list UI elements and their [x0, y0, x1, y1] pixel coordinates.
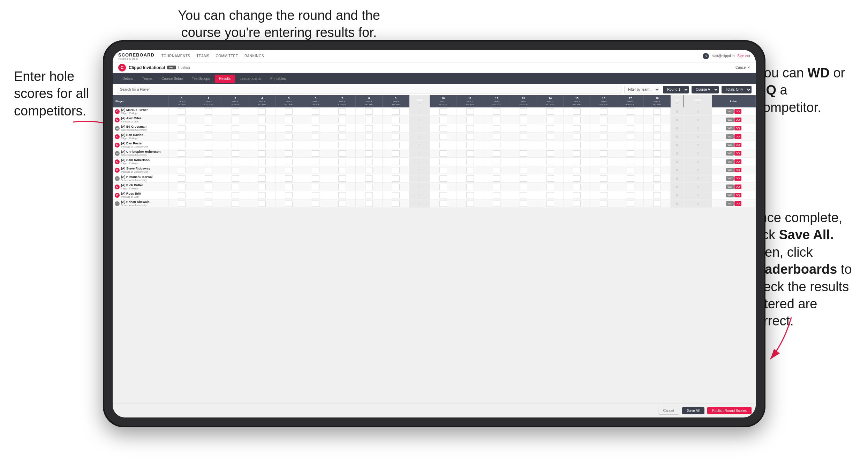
hole-input-6[interactable]	[312, 175, 319, 182]
hole-input-4[interactable]	[258, 125, 266, 131]
wd-button[interactable]: WD	[726, 143, 733, 147]
hole-input-10[interactable]	[439, 159, 447, 165]
search-input[interactable]	[117, 86, 621, 93]
wd-button[interactable]: WD	[726, 184, 733, 189]
tab-course-setup[interactable]: Course Setup	[157, 75, 187, 83]
hole-input-12[interactable]	[493, 134, 500, 140]
hole-input-6[interactable]	[312, 142, 319, 148]
hole-input-9[interactable]	[392, 150, 400, 157]
hole-input-11[interactable]	[466, 192, 474, 198]
hole-input-18[interactable]	[653, 175, 661, 182]
hole-input-6[interactable]	[312, 134, 319, 140]
hole-input-1[interactable]	[178, 159, 186, 165]
hole-input-4[interactable]	[258, 159, 266, 165]
hole-input-7[interactable]	[338, 108, 346, 115]
hole-input-8[interactable]	[365, 117, 373, 123]
hole-input-18[interactable]	[653, 201, 661, 207]
hole-input-10[interactable]	[439, 142, 447, 148]
hole-input-14[interactable]	[546, 117, 554, 123]
hole-input-11[interactable]	[466, 184, 474, 190]
hole-input-15[interactable]	[573, 175, 581, 182]
hole-input-6[interactable]	[312, 117, 319, 123]
tournament-cancel-button[interactable]: Cancel ✕	[735, 66, 750, 69]
hole-input-12[interactable]	[493, 108, 500, 115]
tab-printables[interactable]: Printables	[266, 75, 290, 83]
hole-input-5[interactable]	[285, 167, 293, 173]
hole-input-8[interactable]	[365, 150, 373, 157]
hole-input-8[interactable]	[365, 159, 373, 165]
hole-input-12[interactable]	[493, 184, 500, 190]
hole-input-3[interactable]	[232, 108, 239, 115]
hole-input-9[interactable]	[392, 201, 400, 207]
tab-results[interactable]: Results	[215, 75, 235, 83]
hole-input-2[interactable]	[205, 192, 212, 198]
hole-input-16[interactable]	[600, 159, 607, 165]
hole-input-3[interactable]	[232, 142, 239, 148]
hole-input-12[interactable]	[493, 150, 500, 157]
hole-input-12[interactable]	[493, 142, 500, 148]
save-all-button[interactable]: Save All	[682, 407, 704, 414]
nav-committee[interactable]: COMMITTEE	[216, 54, 238, 58]
wd-button[interactable]: WD	[726, 193, 733, 197]
wd-button[interactable]: WD	[726, 109, 733, 114]
hole-input-11[interactable]	[466, 134, 474, 140]
hole-input-17[interactable]	[627, 108, 634, 115]
hole-input-17[interactable]	[627, 117, 634, 123]
hole-input-8[interactable]	[365, 125, 373, 131]
hole-input-17[interactable]	[627, 159, 634, 165]
hole-input-13[interactable]	[520, 184, 527, 190]
hole-input-8[interactable]	[365, 192, 373, 198]
hole-input-18[interactable]	[653, 184, 661, 190]
hole-input-2[interactable]	[205, 134, 212, 140]
hole-input-12[interactable]	[493, 167, 500, 173]
hole-input-2[interactable]	[205, 108, 212, 115]
hole-input-12[interactable]	[493, 175, 500, 182]
hole-input-3[interactable]	[232, 167, 239, 173]
hole-input-7[interactable]	[338, 125, 346, 131]
hole-input-12[interactable]	[493, 192, 500, 198]
hole-input-3[interactable]	[232, 184, 239, 190]
hole-input-14[interactable]	[546, 167, 554, 173]
hole-input-16[interactable]	[600, 184, 607, 190]
wd-button[interactable]: WD	[726, 159, 733, 164]
hole-input-10[interactable]	[439, 192, 447, 198]
hole-input-6[interactable]	[312, 125, 319, 131]
hole-input-10[interactable]	[439, 184, 447, 190]
hole-input-9[interactable]	[392, 192, 400, 198]
hole-input-4[interactable]	[258, 201, 266, 207]
hole-input-5[interactable]	[285, 142, 293, 148]
hole-input-1[interactable]	[178, 125, 186, 131]
hole-input-13[interactable]	[520, 125, 527, 131]
hole-input-17[interactable]	[627, 125, 634, 131]
wd-button[interactable]: WD	[726, 118, 733, 122]
hole-input-3[interactable]	[232, 192, 239, 198]
dq-button[interactable]: DQ	[734, 159, 741, 164]
hole-input-2[interactable]	[205, 142, 212, 148]
hole-input-11[interactable]	[466, 117, 474, 123]
hole-input-8[interactable]	[365, 134, 373, 140]
hole-input-14[interactable]	[546, 150, 554, 157]
hole-input-8[interactable]	[365, 167, 373, 173]
hole-input-13[interactable]	[520, 142, 527, 148]
hole-input-10[interactable]	[439, 175, 447, 182]
wd-button[interactable]: WD	[726, 201, 733, 206]
wd-button[interactable]: WD	[726, 134, 733, 139]
hole-input-6[interactable]	[312, 108, 319, 115]
hole-input-18[interactable]	[653, 134, 661, 140]
sign-out-link[interactable]: Sign out	[737, 54, 750, 58]
hole-input-1[interactable]	[178, 167, 186, 173]
dq-button[interactable]: DQ	[734, 168, 741, 172]
hole-input-10[interactable]	[439, 117, 447, 123]
hole-input-9[interactable]	[392, 134, 400, 140]
hole-input-2[interactable]	[205, 125, 212, 131]
hole-input-11[interactable]	[466, 150, 474, 157]
hole-input-14[interactable]	[546, 201, 554, 207]
hole-input-17[interactable]	[627, 184, 634, 190]
hole-input-8[interactable]	[365, 175, 373, 182]
hole-input-15[interactable]	[573, 108, 581, 115]
hole-input-16[interactable]	[600, 150, 607, 157]
hole-input-9[interactable]	[392, 108, 400, 115]
hole-input-7[interactable]	[338, 192, 346, 198]
hole-input-16[interactable]	[600, 192, 607, 198]
hole-input-11[interactable]	[466, 125, 474, 131]
